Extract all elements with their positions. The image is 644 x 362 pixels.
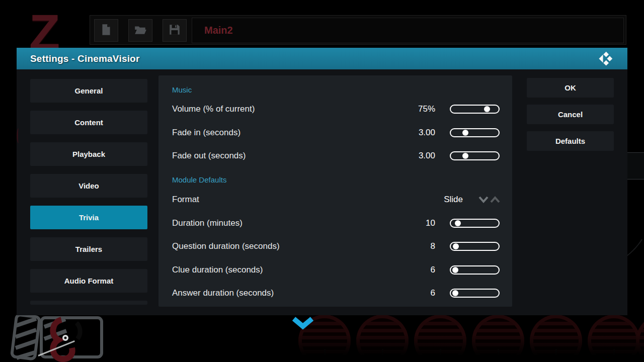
section-header-module-defaults: Module Defaults [172, 175, 226, 185]
setting-value: 6 [370, 261, 435, 279]
background-edge-box [627, 152, 644, 179]
setting-row-volume[interactable]: Volume (% of current) 75% [158, 101, 512, 118]
fade-in-slider[interactable] [450, 128, 500, 137]
slider-knob[interactable] [462, 130, 468, 136]
setting-value: 3.00 [370, 147, 435, 164]
sidebar-item-partial[interactable] [30, 301, 147, 305]
setting-label: Question duration (seconds) [172, 238, 280, 255]
slider-knob[interactable] [453, 243, 459, 249]
sidebar-item-trailers[interactable]: Trailers [30, 237, 147, 261]
setting-row-duration[interactable]: Duration (minutes) 10 [158, 215, 512, 232]
setting-label: Duration (minutes) [172, 215, 243, 232]
setting-value: 3.00 [370, 124, 435, 141]
open-folder-icon [133, 23, 147, 38]
setting-label: Volume (% of current) [172, 101, 255, 118]
spinner-down-icon[interactable] [478, 196, 489, 204]
setting-row-format[interactable]: Format Slide [158, 191, 512, 208]
question-duration-slider[interactable] [450, 242, 500, 251]
spinner-up-icon[interactable] [490, 196, 501, 204]
setting-label: Fade out (seconds) [172, 147, 246, 164]
setting-row-question-duration[interactable]: Question duration (seconds) 8 [158, 238, 512, 255]
slider-knob[interactable] [452, 290, 458, 296]
cancel-button[interactable]: Cancel [527, 105, 614, 124]
setting-label: Clue duration (seconds) [172, 261, 263, 279]
sidebar-item-general[interactable]: General [30, 79, 147, 103]
save-icon [168, 23, 181, 38]
clapperboard-art [9, 312, 117, 362]
setting-label: Answer duration (seconds) [172, 285, 274, 302]
slider-knob[interactable] [455, 220, 461, 226]
new-file-icon [100, 23, 113, 38]
dialog-title: Settings - CinemaVisior [30, 53, 140, 64]
setting-value: 75% [370, 101, 435, 118]
settings-panel: Music Volume (% of current) 75% Fade in … [158, 75, 512, 307]
defaults-button[interactable]: Defaults [527, 131, 614, 151]
setting-label: Format [172, 191, 199, 208]
setting-row-answer-duration[interactable]: Answer duration (seconds) 6 [158, 285, 512, 302]
slider-knob[interactable] [452, 267, 458, 273]
sidebar-item-playback[interactable]: Playback [30, 142, 147, 166]
sidebar-item-video[interactable]: Video [30, 174, 147, 198]
setting-label: Fade in (seconds) [172, 124, 240, 141]
open-file-button[interactable] [128, 19, 152, 42]
new-file-button[interactable] [94, 19, 118, 42]
film-reel-art [278, 313, 644, 362]
slider-knob[interactable] [484, 106, 490, 112]
filename-field[interactable]: Main2 [192, 18, 624, 43]
answer-duration-slider[interactable] [450, 289, 500, 298]
setting-value: 10 [370, 215, 435, 232]
setting-value: Slide [397, 191, 463, 208]
screen: Z Main2 [0, 0, 644, 362]
fade-out-slider[interactable] [450, 151, 500, 160]
clue-duration-slider[interactable] [450, 265, 500, 275]
sidebar-item-audio-format[interactable]: Audio Format [30, 269, 147, 293]
slider-knob[interactable] [462, 153, 468, 159]
settings-dialog: Settings - CinemaVisior General Content … [17, 48, 627, 315]
sidebar-item-trivia[interactable]: Trivia [30, 206, 147, 229]
chevron-down-icon[interactable] [292, 317, 314, 332]
setting-row-fade-out[interactable]: Fade out (seconds) 3.00 [158, 147, 512, 164]
setting-row-clue-duration[interactable]: Clue duration (seconds) 6 [158, 261, 512, 279]
section-header-music: Music [172, 85, 192, 95]
sidebar-item-content[interactable]: Content [30, 111, 147, 134]
save-file-button[interactable] [163, 19, 187, 42]
background-toolbar: Main2 [90, 15, 626, 45]
dialog-titlebar: Settings - CinemaVisior [17, 48, 627, 69]
volume-slider[interactable] [450, 105, 500, 114]
setting-row-fade-in[interactable]: Fade in (seconds) 3.00 [158, 124, 512, 141]
duration-slider[interactable] [450, 219, 500, 228]
background-arc-art [17, 128, 21, 143]
ok-button[interactable]: OK [527, 78, 614, 98]
setting-value: 8 [370, 238, 435, 255]
kodi-logo-icon [597, 51, 614, 68]
setting-value: 6 [370, 285, 435, 302]
